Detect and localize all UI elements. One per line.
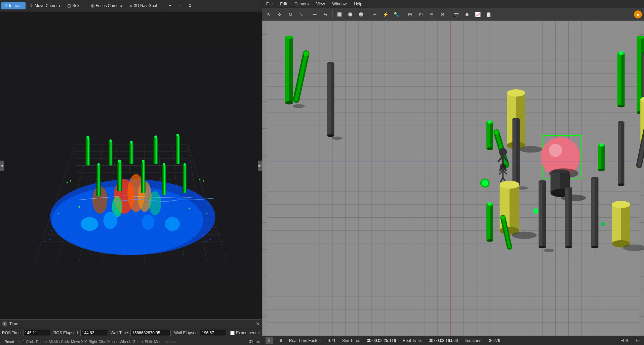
settings-icon: ⚙ xyxy=(188,3,192,8)
ros-time-input[interactable] xyxy=(23,330,50,336)
gz-scale-btn[interactable]: ⤡ xyxy=(296,10,306,19)
svg-point-268 xyxy=(612,201,630,208)
svg-rect-255 xyxy=(539,181,542,247)
minus-icon: − xyxy=(178,3,181,8)
svg-point-37 xyxy=(104,212,117,229)
svg-point-84 xyxy=(206,213,207,214)
left-toggle[interactable]: ◀ xyxy=(0,161,4,171)
viz-area[interactable]: ◀ xyxy=(0,11,262,319)
svg-rect-290 xyxy=(591,178,595,247)
wall-elapsed-input[interactable] xyxy=(200,330,227,336)
gz-spotlight-btn[interactable]: ⚡ xyxy=(381,10,390,19)
reset-label: Reset xyxy=(4,340,14,344)
gz-cylinder-btn[interactable] xyxy=(356,10,366,19)
menu-window[interactable]: Window xyxy=(330,1,349,7)
gz-select-btn[interactable]: ↖ xyxy=(264,10,274,19)
nav-goal-button[interactable]: ◈ 3D Nav Goal xyxy=(126,2,160,9)
real-time-factor-label: Real Time Factor: xyxy=(289,338,321,343)
svg-rect-224 xyxy=(598,145,601,170)
svg-point-193 xyxy=(513,118,520,121)
right-toggle[interactable]: ▶ xyxy=(258,161,262,171)
svg-point-168 xyxy=(619,51,623,55)
gz-directional-btn[interactable]: 🔦 xyxy=(392,10,401,19)
interact-button[interactable]: ⊕ Interact xyxy=(1,2,26,9)
svg-rect-182 xyxy=(487,123,490,149)
wall-time-field: Wall Time: xyxy=(111,330,171,336)
svg-point-146 xyxy=(285,101,293,104)
gz-sep1 xyxy=(308,10,308,18)
gz-sphere-btn[interactable] xyxy=(346,10,355,19)
gazebo-viewport[interactable] xyxy=(262,21,644,336)
svg-point-166 xyxy=(617,105,625,107)
svg-point-257 xyxy=(539,180,546,183)
svg-point-151 xyxy=(304,51,309,56)
svg-rect-219 xyxy=(618,123,621,185)
gz-orange-btn[interactable]: ● xyxy=(634,10,642,18)
svg-point-179 xyxy=(519,146,542,153)
wall-time-input[interactable] xyxy=(130,330,171,336)
gz-record-btn[interactable]: ⏺ xyxy=(462,10,472,19)
svg-point-67 xyxy=(86,136,89,138)
gz-copy-btn[interactable]: ⊞ xyxy=(405,10,415,19)
svg-point-155 xyxy=(327,134,334,137)
gz-align-btn[interactable]: ⊟ xyxy=(427,10,436,19)
svg-rect-58 xyxy=(109,141,113,166)
time-close-button[interactable]: ✕ xyxy=(256,321,260,327)
experimental-checkbox[interactable] xyxy=(230,331,235,335)
svg-point-263 xyxy=(565,187,572,189)
svg-point-38 xyxy=(142,215,154,230)
menu-camera[interactable]: Camera xyxy=(292,1,311,7)
gz-paste-btn[interactable]: ⊡ xyxy=(416,10,426,19)
real-time-label: Real Time: xyxy=(403,338,422,343)
svg-point-70 xyxy=(154,135,157,138)
svg-point-89 xyxy=(359,15,363,16)
gz-redo-btn[interactable]: ↪ xyxy=(321,10,330,19)
focus-camera-icon: ◎ xyxy=(91,3,94,8)
focus-camera-button[interactable]: ◎ Focus Camera xyxy=(88,2,125,9)
ros-elapsed-input[interactable] xyxy=(80,330,107,336)
gz-box-btn[interactable] xyxy=(335,10,344,19)
menu-edit[interactable]: Edit xyxy=(278,1,289,7)
gz-chart-btn[interactable]: 📈 xyxy=(473,10,482,19)
gz-screenshot-btn[interactable]: 📷 xyxy=(451,10,461,19)
settings-button[interactable]: ⚙ xyxy=(185,2,195,9)
svg-point-258 xyxy=(544,249,554,252)
minus-button[interactable]: − xyxy=(175,2,184,9)
wall-time-label: Wall Time: xyxy=(111,331,129,335)
gz-log-btn[interactable]: 📋 xyxy=(484,10,493,19)
time-play-button[interactable]: ● xyxy=(2,321,7,327)
menu-file[interactable]: File xyxy=(264,1,275,7)
svg-point-183 xyxy=(487,147,493,150)
svg-rect-66 xyxy=(183,166,187,193)
svg-point-80 xyxy=(203,180,204,182)
fps-display: 31 fps xyxy=(249,339,260,344)
menu-view[interactable]: View xyxy=(314,1,327,7)
svg-point-48 xyxy=(203,229,204,230)
svg-point-77 xyxy=(67,182,68,183)
svg-point-43 xyxy=(58,232,59,233)
reset-button[interactable]: Reset xyxy=(2,339,16,345)
nav-goal-icon: ◈ xyxy=(129,3,132,8)
svg-point-76 xyxy=(184,163,186,166)
gz-pause-button[interactable]: ⏸ xyxy=(266,337,273,344)
svg-point-81 xyxy=(78,206,80,208)
select-icon: ▢ xyxy=(67,3,71,8)
gz-undo-btn[interactable]: ↩ xyxy=(310,10,320,19)
add-button[interactable]: + xyxy=(166,2,174,9)
toolbar-sep1 xyxy=(163,2,163,9)
gazebo-toolbar: ↖ ✛ ↻ ⤡ ↩ ↪ ☀ ⚡ 🔦 ⊞ ⊡ ⊟ ⊠ 📷 ⏺ 📈 📋 xyxy=(262,8,644,21)
move-camera-label: Move Camera xyxy=(35,3,60,8)
gz-translate-btn[interactable]: ✛ xyxy=(275,10,284,19)
gz-fps-label: FPS: xyxy=(620,338,630,343)
svg-point-69 xyxy=(130,141,132,143)
gz-rotate-btn[interactable]: ↻ xyxy=(286,10,295,19)
step-indicator xyxy=(280,339,282,342)
time-label: Time xyxy=(9,321,18,326)
gz-snap-btn[interactable]: ⊠ xyxy=(438,10,447,19)
gz-sun-btn[interactable]: ☀ xyxy=(370,10,379,19)
experimental-field: Experimental xyxy=(230,331,259,335)
move-camera-button[interactable]: ⊹ Move Camera xyxy=(27,2,63,9)
select-button[interactable]: ▢ Select xyxy=(64,2,86,9)
svg-rect-154 xyxy=(327,63,331,136)
menu-help[interactable]: Help xyxy=(352,1,364,7)
